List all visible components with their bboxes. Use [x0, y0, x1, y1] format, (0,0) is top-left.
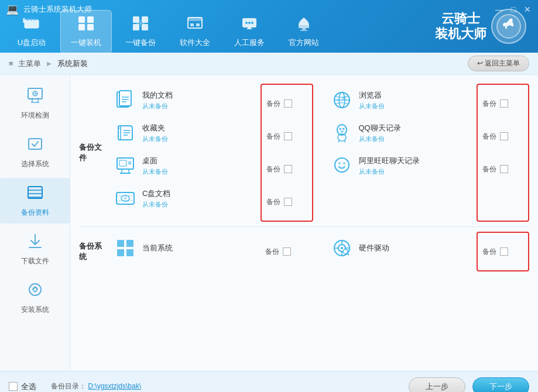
bc-mydocs: 备份 [266, 87, 307, 120]
nav-backup-label: 一键备份 [125, 37, 156, 48]
bc-cdocs-check[interactable] [284, 198, 292, 206]
svg-rect-10 [142, 16, 148, 23]
svg-point-65 [124, 197, 126, 200]
bc-desktop-label: 备份 [266, 164, 280, 174]
favorites-status: 从未备份 [142, 135, 256, 143]
svg-rect-49 [119, 91, 131, 106]
sidebar-item-env[interactable]: 环境检测 [0, 81, 70, 126]
backup-files-label: 备份文件 [79, 142, 108, 163]
svg-point-75 [339, 128, 341, 130]
right-backup-box: 备份 备份 备份 [477, 84, 529, 222]
breadcrumb: ≡ 主菜单 ► 系统新装 ↩ 返回主菜单 [0, 53, 538, 75]
bc-mydocs-check[interactable] [284, 99, 292, 108]
svg-rect-85 [117, 249, 124, 256]
breadcrumb-home[interactable]: 主菜单 [18, 59, 41, 69]
nav-website[interactable]: 官方网站 [278, 10, 330, 54]
item-hardware: 硬件驱动 [330, 232, 472, 264]
prev-button[interactable]: 上一步 [409, 377, 465, 393]
svg-rect-8 [87, 24, 94, 30]
backup-icon [132, 15, 149, 35]
select-all-checkbox[interactable] [9, 382, 18, 391]
current-sys-icon [113, 236, 138, 260]
usb-icon [22, 15, 41, 35]
back-button[interactable]: ↩ 返回主菜单 [468, 56, 529, 71]
svg-rect-0 [25, 20, 39, 28]
nav-usb[interactable]: U盘启动 [6, 10, 57, 54]
svg-rect-35 [29, 139, 42, 149]
svg-point-76 [342, 128, 344, 130]
item-current-sys: 当前系统 [113, 232, 256, 264]
favorites-detail: 收藏夹 从未备份 [142, 123, 256, 143]
sidebar-item-backup[interactable]: 备份资料 [0, 178, 70, 223]
main-nav: U盘启动 一键装机 [6, 10, 330, 54]
svg-rect-83 [117, 240, 124, 247]
bc-hardware-check[interactable] [500, 247, 508, 256]
bc-aliwang-check[interactable] [500, 165, 508, 173]
sidebar-item-download[interactable]: 下载文件 [0, 226, 70, 272]
svg-rect-60 [119, 160, 126, 166]
right-items-list: e 浏览器 从未备份 [330, 84, 472, 222]
brand-logo: 云骑士 装机大师 [435, 9, 526, 44]
section-divider [79, 226, 529, 227]
sidebar-item-install[interactable]: 安装系统 [0, 275, 70, 321]
next-button[interactable]: 下一步 [472, 377, 529, 393]
svg-rect-12 [142, 24, 148, 30]
bc-qq-check[interactable] [500, 132, 508, 140]
bc-qq-label: 备份 [482, 132, 496, 142]
download-icon [26, 232, 44, 254]
right-sys-backup-box: 备份 [477, 232, 529, 271]
backup-system-label-col: 备份系统 [79, 232, 108, 271]
c-docs-status: 从未备份 [142, 200, 256, 209]
brand-text: 云骑士 装机大师 [435, 11, 486, 42]
bc-favorites-check[interactable] [284, 132, 292, 140]
divider [318, 84, 325, 222]
svg-point-27 [510, 19, 513, 22]
sidebar-env-label: 环境检测 [21, 111, 49, 121]
svg-point-94 [343, 249, 348, 254]
env-icon [26, 87, 44, 108]
nav-install[interactable]: 一键装机 [60, 10, 112, 54]
current-sys-detail: 当前系统 [142, 243, 256, 253]
nav-software[interactable]: 软件大全 [169, 10, 221, 54]
browser-name: 浏览器 [359, 90, 472, 101]
hardware-icon [330, 236, 354, 260]
bc-desktop-check[interactable] [284, 165, 292, 173]
svg-rect-36 [28, 187, 42, 198]
svg-rect-1 [23, 18, 25, 23]
item-desktop: 桌面 从未备份 [113, 149, 256, 182]
select-icon [26, 135, 44, 157]
backup-dir: 备份目录： D:\ygsxtzjds\bak\ [51, 381, 141, 391]
sidebar-download-label: 下载文件 [21, 256, 49, 266]
bc-empty [482, 185, 523, 218]
sidebar-install-label: 安装系统 [21, 305, 49, 315]
svg-rect-18 [196, 23, 200, 26]
sidebar-select-label: 选择系统 [21, 159, 49, 169]
backup-dir-path[interactable]: D:\ygsxtzjds\bak\ [88, 382, 141, 390]
sidebar: 环境检测 选择系统 备份资料 [0, 75, 70, 371]
right-system-list: 硬件驱动 [330, 232, 472, 271]
bc-sys-check[interactable] [283, 247, 291, 256]
svg-line-95 [347, 253, 349, 255]
install-icon [77, 15, 95, 35]
backup-dir-label: 备份目录： [51, 382, 86, 390]
nav-software-label: 软件大全 [180, 37, 210, 48]
svg-point-81 [338, 162, 341, 164]
svg-point-21 [248, 22, 251, 24]
item-my-docs: 我的文档 从未备份 [113, 84, 256, 116]
hardware-name: 硬件驱动 [359, 243, 472, 253]
nav-service[interactable]: 人工服务 [224, 10, 275, 54]
svg-point-80 [335, 158, 349, 172]
aliwang-name: 阿里旺旺聊天记录 [359, 156, 472, 166]
svg-rect-24 [302, 28, 306, 30]
bc-hardware-label: 备份 [482, 247, 496, 257]
bc-aliwang-label: 备份 [482, 164, 496, 174]
my-docs-status: 从未备份 [142, 102, 256, 111]
c-docs-name: C盘文档 [142, 188, 256, 199]
bc-browser-check[interactable] [500, 99, 508, 108]
sidebar-item-select[interactable]: 选择系统 [0, 129, 70, 175]
favorites-name: 收藏夹 [142, 123, 256, 133]
hardware-detail: 硬件驱动 [359, 243, 472, 253]
nav-install-label: 一键装机 [71, 37, 101, 48]
nav-backup[interactable]: 一键备份 [115, 10, 166, 54]
bc-favorites: 备份 [266, 120, 307, 153]
